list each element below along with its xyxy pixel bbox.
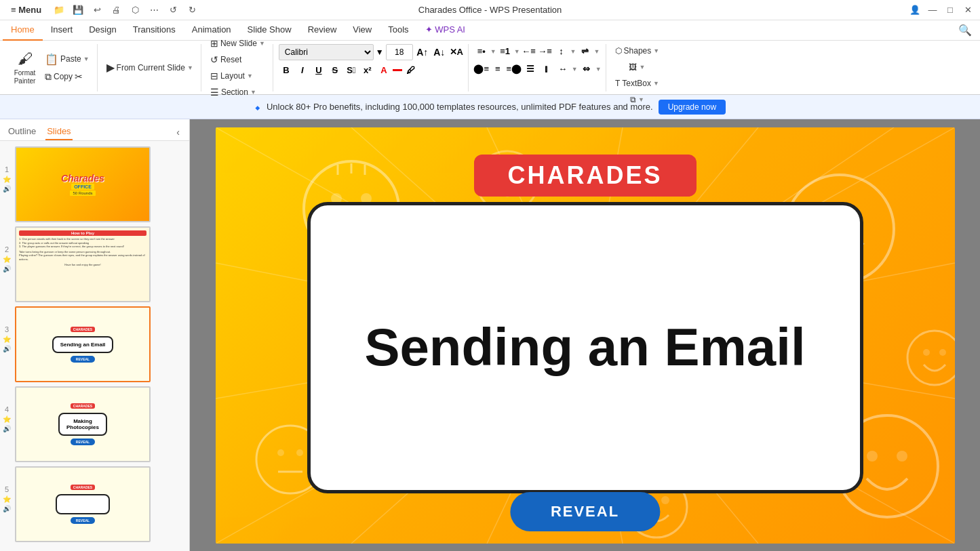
align-center-button[interactable]: ≡ [490, 62, 505, 77]
tab-review[interactable]: Review [300, 20, 345, 41]
charades-badge-5: CHARADES [71, 485, 95, 490]
paragraph-group: ≡• ▼ ≡1 ▼ ←≡ →≡ ↕ ▼ ⇌ ▼ ⬤≡ ≡ ≡⬤ ☰ ⫿ ↔ ▼ … [470, 44, 606, 91]
decrease-indent-button[interactable]: ←≡ [522, 44, 536, 59]
slide-item-3[interactable]: 3 ⭐ 🔊 CHARADES Sending an Email REVEAL [3, 306, 187, 382]
search-icon[interactable]: 🔍 [953, 24, 977, 37]
share-icon[interactable]: ⬡ [128, 3, 142, 17]
collapse-panel-button[interactable]: ‹ [174, 125, 182, 139]
format-painter-button[interactable]: 🖌 Format Painter [9, 46, 40, 89]
italic-button[interactable]: I [295, 63, 310, 78]
distribute-button[interactable]: ⇔ [579, 62, 594, 77]
svg-point-30 [277, 449, 284, 456]
card-text: Sending an Email [364, 319, 805, 377]
font-size-input[interactable] [386, 44, 413, 60]
direction-button[interactable]: ↔ [555, 62, 570, 77]
reset-button[interactable]: ↺ Reset [207, 52, 269, 67]
notification-bar: ⬥ Unlock 80+ Pro benefits, including 100… [0, 95, 980, 119]
align-left-button[interactable]: ⬤≡ [474, 62, 489, 77]
tab-slides[interactable]: Slides [45, 123, 72, 140]
svg-point-40 [923, 349, 930, 356]
bullet-list-button[interactable]: ≡• [474, 44, 489, 59]
slide-thumb-3[interactable]: CHARADES Sending an Email REVEAL [15, 306, 151, 382]
title-bar: ≡ Menu 📁 💾 ↩ 🖨 ⬡ ⋯ ↺ ↻ Charades Office -… [0, 0, 980, 20]
slide-thumb-2[interactable]: How to Play 1. One person stands with th… [15, 226, 151, 302]
section-button[interactable]: ☰ Section ▼ [207, 85, 269, 100]
shapes-button[interactable]: ⬡ Shapes ▼ [612, 44, 663, 58]
tab-design[interactable]: Design [81, 20, 124, 41]
image-button[interactable]: 🖼 ▼ [625, 60, 648, 74]
columns-button[interactable]: ⫿ [539, 62, 554, 77]
justify-button[interactable]: ☰ [523, 62, 538, 77]
print-icon[interactable]: 🖨 [109, 3, 123, 17]
menu-button[interactable]: ≡ Menu [5, 0, 47, 20]
canvas-area[interactable]: CHARADES Sending an Email REVEAL [190, 119, 980, 551]
svg-point-28 [897, 451, 907, 462]
close-icon[interactable]: ✕ [961, 3, 975, 17]
tab-view[interactable]: View [345, 20, 380, 41]
svg-point-39 [907, 331, 955, 385]
font-family-select[interactable]: Calibri [279, 44, 374, 60]
numbered-list-button[interactable]: ≡1 [498, 44, 513, 59]
tab-outline[interactable]: Outline [7, 123, 37, 140]
charades-badge-4: CHARADES [71, 403, 95, 409]
tab-home[interactable]: Home [3, 20, 43, 41]
upgrade-now-button[interactable]: Upgrade now [659, 100, 726, 115]
increase-indent-button[interactable]: →≡ [538, 44, 553, 59]
clear-format-button[interactable]: ✕A [449, 45, 464, 60]
underline-button[interactable]: U [311, 63, 326, 78]
notification-icon: ⬥ [254, 101, 261, 113]
layout-button[interactable]: ⊟ Layout ▼ [207, 68, 269, 83]
clipboard-group: 🖌 Format Painter 📋 Paste ▼ ⧉ Copy ✂ [5, 44, 98, 91]
tab-insert[interactable]: Insert [43, 20, 81, 41]
align-right-button[interactable]: ≡⬤ [507, 62, 522, 77]
main-slide[interactable]: CHARADES Sending an Email REVEAL [216, 127, 955, 544]
copy-button[interactable]: ⧉ Copy ✂ [41, 69, 93, 85]
slide-thumb-4[interactable]: CHARADES MakingPhotocopies REVEAL [15, 386, 151, 462]
strikethrough-button[interactable]: S [328, 63, 342, 78]
save-icon[interactable]: 💾 [71, 3, 85, 17]
open-file-icon[interactable]: 📁 [52, 3, 66, 17]
search-bar: 🔍 [953, 24, 977, 37]
font-size-increase-button[interactable]: A↑ [415, 45, 430, 60]
svg-point-31 [296, 449, 303, 456]
svg-point-38 [661, 496, 669, 504]
font-group: Calibri ▼ A↑ A↓ ✕A B I U S S⃞ x² A 🖊 [275, 44, 469, 91]
slide-item-2[interactable]: 2 ⭐ 🔊 How to Play 1. One person stands w… [3, 226, 187, 302]
tab-wps-ai[interactable]: ✦ WPS AI [417, 20, 473, 41]
slide-item-5[interactable]: 5 ⭐ 🔊 CHARADES REVEAL [3, 466, 187, 542]
textbox-button[interactable]: T TextBox ▼ [612, 77, 663, 90]
history-icon[interactable]: ↩ [90, 3, 104, 17]
slide-5-title [56, 494, 110, 514]
reveal-button[interactable]: REVEAL [510, 492, 660, 531]
user-icon[interactable]: 👤 [908, 3, 922, 17]
menu-bar: Home Insert Design Transitions Animation… [0, 20, 980, 41]
from-current-slide-button[interactable]: ▶ From Current Slide ▼ [103, 59, 197, 76]
maximize-icon[interactable]: □ [943, 3, 957, 17]
slide-item-4[interactable]: 4 ⭐ 🔊 CHARADES MakingPhotocopies REVEAL [3, 386, 187, 462]
white-card[interactable]: Sending an Email [307, 202, 863, 493]
slide-item-1[interactable]: 1 ⭐ 🔊 Charades OFFICE 50 Rounds [3, 146, 187, 222]
notification-text: Unlock 80+ Pro benefits, including 100,0… [267, 102, 653, 112]
slide-thumb-1[interactable]: Charades OFFICE 50 Rounds [15, 146, 151, 222]
minimize-icon[interactable]: — [926, 3, 939, 17]
tab-tools[interactable]: Tools [380, 20, 416, 41]
undo-icon[interactable]: ↺ [166, 3, 180, 17]
superscript-button[interactable]: x² [360, 63, 375, 78]
svg-point-41 [939, 349, 946, 356]
convert-button[interactable]: ⇌ [578, 44, 593, 59]
reveal-badge-3: REVEAL [71, 356, 95, 363]
slide-thumb-5[interactable]: CHARADES REVEAL [15, 466, 151, 542]
highlight-button[interactable]: 🖊 [404, 63, 418, 78]
bold-button[interactable]: B [279, 63, 294, 78]
toolbar: 🖌 Format Painter 📋 Paste ▼ ⧉ Copy ✂ [0, 41, 980, 95]
line-spacing-button[interactable]: ↕ [554, 44, 569, 59]
redo-icon[interactable]: ↻ [185, 3, 199, 17]
new-slide-button[interactable]: ⊞ New Slide ▼ [207, 36, 269, 51]
font-size-decrease-button[interactable]: A↓ [432, 45, 447, 60]
shadow-button[interactable]: S⃞ [344, 63, 359, 78]
paste-button[interactable]: 📋 Paste ▼ [41, 51, 93, 68]
tab-transitions[interactable]: Transitions [125, 20, 184, 41]
more-icon[interactable]: ⋯ [147, 3, 161, 17]
slideshow-group: ▶ From Current Slide ▼ [99, 44, 201, 91]
font-color-button[interactable]: A [376, 63, 391, 78]
